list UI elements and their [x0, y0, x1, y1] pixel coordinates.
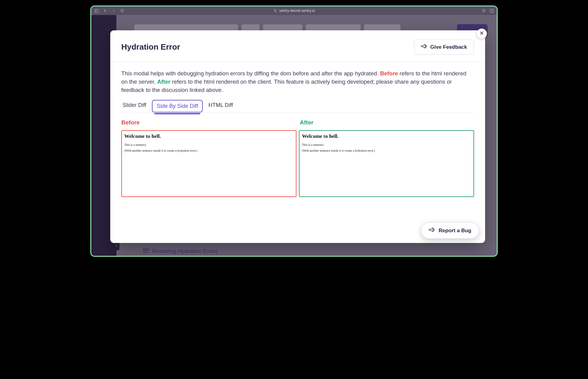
tab-html-diff[interactable]: HTML Diff [207, 100, 234, 112]
give-feedback-label: Give Feedback [430, 44, 467, 50]
diff-labels: Before After [121, 119, 474, 126]
modal-description: This modal helps with debugging hydratio… [121, 70, 474, 94]
browser-chrome: sentry-devrel.sentry.io [91, 6, 497, 15]
tab-slider-diff[interactable]: Slider Diff [121, 100, 148, 112]
after-pane-content: Welcome to hell. This is a sentence. (Wi… [302, 133, 471, 152]
back-icon[interactable] [103, 9, 107, 13]
chrome-left-controls [94, 9, 124, 13]
after-pane: Welcome to hell. This is a sentence. (Wi… [299, 130, 474, 197]
svg-rect-0 [95, 9, 98, 12]
tab-side-by-side-diff[interactable]: Side By Side Diff [152, 100, 203, 112]
after-label: After [300, 119, 474, 126]
before-line2: (With another sentence inside it to crea… [124, 149, 293, 152]
before-line1: This is a sentence. [124, 143, 293, 146]
reload-icon[interactable] [120, 9, 124, 13]
svg-rect-3 [490, 9, 493, 12]
after-heading: Welcome to hell. [302, 133, 471, 139]
report-bug-label: Report a Bug [439, 228, 471, 234]
share-icon[interactable] [481, 9, 486, 13]
url-display[interactable]: sentry-devrel.sentry.io [273, 9, 315, 13]
diff-panes: Welcome to hell. This is a sentence. (Wi… [121, 130, 474, 197]
modal-body: This modal helps with debugging hydratio… [110, 62, 485, 243]
before-heading: Welcome to hell. [124, 133, 293, 139]
forward-icon[interactable] [111, 9, 116, 13]
modal-title: Hydration Error [121, 42, 180, 52]
outer-frame: sentry-devrel.sentry.io [85, 0, 503, 262]
report-bug-button[interactable]: Report a Bug [421, 222, 479, 239]
url-text: sentry-devrel.sentry.io [279, 9, 315, 13]
link-icon [273, 9, 277, 13]
before-label: Before [121, 119, 296, 126]
give-feedback-button[interactable]: Give Feedback [414, 40, 474, 55]
megaphone-icon [421, 44, 427, 51]
desc-part3: refers to the html rendered on the clien… [121, 78, 452, 93]
desc-before-word: Before [380, 70, 398, 77]
browser-window: sentry-devrel.sentry.io [90, 6, 498, 257]
modal-header: Hydration Error Give Feedback [110, 30, 485, 62]
before-pane: Welcome to hell. This is a sentence. (Wi… [121, 130, 296, 197]
before-pane-content: Welcome to hell. This is a sentence. (Wi… [124, 133, 293, 152]
after-line1: This is a sentence. [302, 143, 471, 146]
sidebar-toggle-icon[interactable] [94, 9, 99, 13]
after-line2: (With another sentence inside it to crea… [302, 149, 471, 152]
megaphone-icon [429, 227, 435, 234]
close-button[interactable] [477, 28, 487, 39]
hydration-error-modal: Hydration Error Give Feedback This modal… [110, 30, 485, 243]
panels-icon[interactable] [489, 9, 494, 13]
desc-after-word: After [157, 78, 170, 85]
close-icon [480, 31, 484, 36]
diff-tabs: Slider Diff Side By Side Diff HTML Diff [121, 100, 474, 112]
desc-part1: This modal helps with debugging hydratio… [121, 70, 380, 77]
